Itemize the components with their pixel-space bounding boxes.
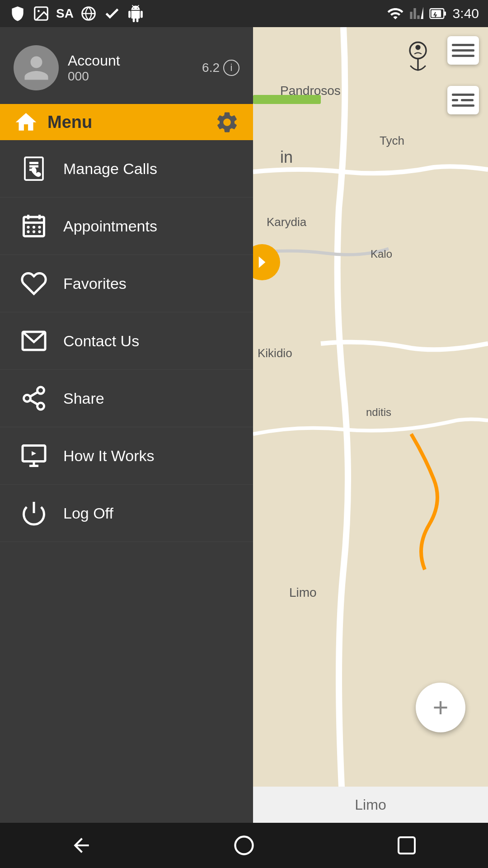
vpn-icon bbox=[80, 5, 97, 22]
svg-point-22 bbox=[24, 395, 31, 402]
signal-icon bbox=[409, 5, 424, 22]
avatar-icon bbox=[22, 53, 51, 83]
svg-marker-29 bbox=[32, 451, 36, 456]
map-menu-button[interactable] bbox=[447, 36, 479, 65]
back-icon bbox=[70, 834, 93, 857]
how-it-works-label: How It Works bbox=[63, 447, 155, 465]
menu-header: Menu bbox=[0, 104, 253, 140]
map-area: Pandrosos Tych Karydia Kalo Kikidio ndit… bbox=[253, 27, 488, 823]
menu-items: Manage Calls bbox=[0, 140, 253, 823]
menu-item-log-off[interactable]: Log Off bbox=[0, 485, 253, 542]
time-display: 3:40 bbox=[453, 6, 479, 21]
svg-text:Tych: Tych bbox=[380, 134, 404, 147]
status-icons: SA bbox=[9, 5, 144, 22]
svg-text:Karydia: Karydia bbox=[267, 215, 307, 229]
map-second-button[interactable] bbox=[447, 86, 479, 114]
menu-item-share[interactable]: Share bbox=[0, 370, 253, 427]
account-left: Account 000 bbox=[14, 45, 120, 90]
favorites-icon bbox=[18, 268, 50, 299]
svg-point-42 bbox=[415, 45, 420, 50]
manage-calls-icon bbox=[18, 153, 50, 184]
svg-text:Kalo: Kalo bbox=[371, 248, 392, 260]
svg-point-21 bbox=[38, 387, 44, 394]
favorites-label: Favorites bbox=[63, 275, 127, 292]
sa-label: SA bbox=[56, 6, 74, 21]
menu-item-favorites[interactable]: Favorites bbox=[0, 255, 253, 312]
log-off-icon bbox=[18, 497, 50, 529]
appointments-icon bbox=[18, 210, 50, 242]
wifi-icon bbox=[387, 5, 404, 22]
recent-icon bbox=[396, 835, 418, 856]
home-nav-icon bbox=[232, 834, 256, 857]
svg-point-43 bbox=[235, 837, 253, 854]
svg-rect-5 bbox=[444, 11, 446, 15]
version-info[interactable]: 6.2 i bbox=[202, 60, 239, 76]
contact-us-label: Contact Us bbox=[63, 332, 139, 350]
android-icon bbox=[127, 5, 144, 22]
svg-text:in: in bbox=[280, 148, 293, 166]
plus-icon: + bbox=[432, 694, 448, 721]
map-bottom-bar: Limo bbox=[253, 787, 488, 823]
map-pin-icon bbox=[398, 36, 438, 77]
menu-header-left: Menu bbox=[14, 110, 92, 135]
gear-icon[interactable] bbox=[215, 110, 239, 135]
account-header: Account 000 6.2 i bbox=[0, 27, 253, 104]
svg-point-23 bbox=[38, 403, 44, 410]
check-icon bbox=[103, 5, 121, 22]
svg-text:Limo: Limo bbox=[289, 585, 317, 599]
account-number: 000 bbox=[68, 69, 120, 84]
svg-point-1 bbox=[38, 10, 40, 12]
log-off-label: Log Off bbox=[63, 505, 113, 522]
home-icon bbox=[14, 110, 38, 135]
fab-button[interactable]: + bbox=[416, 683, 465, 732]
svg-text:Kikidio: Kikidio bbox=[258, 346, 292, 360]
main-content: Account 000 6.2 i Menu bbox=[0, 27, 488, 823]
limo-label: Limo bbox=[355, 797, 386, 813]
svg-text:nditis: nditis bbox=[366, 406, 391, 418]
menu-item-appointments[interactable]: Appointments bbox=[0, 198, 253, 255]
info-icon[interactable]: i bbox=[223, 60, 239, 76]
svg-line-24 bbox=[30, 400, 38, 405]
battery-icon bbox=[429, 5, 447, 22]
avatar bbox=[14, 45, 59, 90]
nav-bar bbox=[0, 823, 488, 868]
sidebar-drawer: Account 000 6.2 i Menu bbox=[0, 27, 253, 823]
share-icon bbox=[18, 382, 50, 414]
account-info: Account 000 bbox=[68, 52, 120, 84]
account-title: Account bbox=[68, 52, 120, 69]
appointments-label: Appointments bbox=[63, 217, 157, 235]
shield-icon bbox=[9, 5, 26, 22]
map-pin-container bbox=[398, 36, 438, 79]
home-nav-button[interactable] bbox=[226, 827, 262, 863]
svg-text:Pandrosos: Pandrosos bbox=[280, 84, 341, 98]
status-bar: SA 3:40 bbox=[0, 0, 488, 27]
status-right: 3:40 bbox=[387, 5, 479, 22]
menu-item-how-it-works[interactable]: How It Works bbox=[0, 427, 253, 485]
menu-item-contact-us[interactable]: Contact Us bbox=[0, 312, 253, 370]
recent-button[interactable] bbox=[389, 827, 425, 863]
menu-item-manage-calls[interactable]: Manage Calls bbox=[0, 140, 253, 198]
manage-calls-label: Manage Calls bbox=[63, 160, 157, 178]
how-it-works-icon bbox=[18, 440, 50, 472]
arrow-right-icon bbox=[253, 252, 272, 272]
svg-point-41 bbox=[410, 42, 426, 59]
svg-rect-44 bbox=[399, 837, 415, 854]
back-button[interactable] bbox=[63, 827, 99, 863]
svg-line-25 bbox=[30, 392, 38, 396]
contact-us-icon bbox=[18, 325, 50, 357]
share-label: Share bbox=[63, 390, 104, 407]
image-icon bbox=[33, 5, 50, 22]
version-number: 6.2 bbox=[202, 61, 220, 75]
menu-title: Menu bbox=[47, 113, 92, 132]
